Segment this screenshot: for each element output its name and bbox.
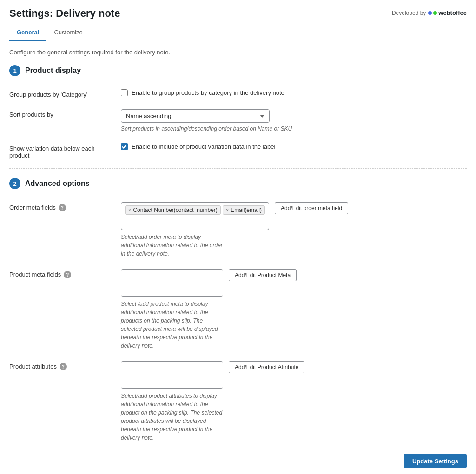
section-1-number: 1 — [9, 65, 20, 76]
label-sort-products: Sort products by — [9, 109, 112, 118]
tag-input-product-meta[interactable] — [121, 269, 223, 297]
section-2-title: Advanced options — [25, 179, 90, 188]
section-1-header: 1 Product display — [9, 65, 467, 76]
field-group-by-category: Group products by 'Category' Enable to g… — [9, 84, 467, 104]
label-order-meta: Order meta fields ? — [9, 202, 112, 211]
checkbox-group-by-category[interactable] — [121, 89, 128, 96]
field-product-attributes: Product attributes ? Select/add product … — [9, 356, 467, 448]
checkbox-variation-data[interactable] — [121, 143, 128, 150]
tab-customize[interactable]: Customize — [46, 25, 90, 41]
section-2-number: 2 — [9, 178, 20, 189]
tabs: General Customize — [9, 25, 120, 41]
hint-order-meta: Select/add order meta to display additio… — [121, 233, 223, 258]
update-settings-button[interactable]: Update Settings — [404, 454, 467, 468]
tab-general[interactable]: General — [9, 25, 46, 41]
help-icon-order-meta[interactable]: ? — [59, 204, 66, 211]
hint-sort-products: Sort products in ascending/descending or… — [121, 125, 467, 132]
tag-label-email: Email(email) — [231, 207, 262, 213]
brand-dot-green — [433, 11, 437, 15]
section-product-display: 1 Product display Group products by 'Cat… — [9, 65, 467, 165]
brand-name: webtoffee — [438, 9, 467, 16]
brand-dot-blue — [428, 11, 432, 15]
btn-add-product-meta[interactable]: Add/Edit Product Meta — [229, 269, 297, 281]
field-product-meta: Product meta fields ? Select /add produc… — [9, 263, 467, 356]
tag-input-order-meta[interactable]: × Contact Number(contact_number) × Email… — [121, 202, 269, 230]
section-advanced-options: 2 Advanced options Order meta fields ? × — [9, 178, 467, 448]
divider-1 — [9, 168, 467, 169]
tag-remove-contact-number[interactable]: × — [128, 207, 131, 213]
brand: Developed by webtoffee — [392, 9, 467, 16]
label-group-by-category: Group products by 'Category' — [9, 89, 112, 98]
tag-contact-number: × Contact Number(contact_number) — [125, 205, 221, 215]
header: Settings: Delivery note General Customiz… — [0, 0, 476, 41]
page-wrapper: Settings: Delivery note General Customiz… — [0, 0, 476, 474]
page-description: Configure the general settings required … — [9, 49, 467, 56]
section-2-header: 2 Advanced options — [9, 178, 467, 189]
control-group-by-category: Enable to group products by category in … — [121, 89, 467, 96]
control-order-meta: × Contact Number(contact_number) × Email… — [121, 202, 467, 258]
field-sort-products: Sort products by Name ascending Name des… — [9, 104, 467, 138]
field-order-meta: Order meta fields ? × Contact Number(con… — [9, 197, 467, 263]
help-icon-product-meta[interactable]: ? — [64, 271, 71, 278]
btn-add-product-attributes[interactable]: Add/Edit Product Attribute — [229, 361, 304, 373]
hint-product-attributes: Select/add product attributes to display… — [121, 392, 223, 442]
brand-logo: webtoffee — [428, 9, 467, 16]
tag-label-contact-number: Contact Number(contact_number) — [133, 207, 217, 213]
label-product-attributes: Product attributes ? — [9, 361, 112, 370]
brand-prefix: Developed by — [392, 10, 426, 16]
help-icon-product-attributes[interactable]: ? — [60, 363, 67, 370]
checkbox-variation-data-label: Enable to include of product variation d… — [132, 143, 275, 150]
control-product-attributes: Select/add product attributes to display… — [121, 361, 467, 442]
footer-bar: Update Settings — [0, 448, 476, 474]
control-variation-data: Enable to include of product variation d… — [121, 143, 467, 150]
section-1-title: Product display — [25, 66, 81, 75]
label-variation-data: Show variation data below each product — [9, 143, 112, 159]
page-title: Settings: Delivery note — [9, 7, 120, 20]
select-sort-products[interactable]: Name ascending Name descending SKU ascen… — [121, 109, 270, 123]
main-content: Configure the general settings required … — [0, 41, 476, 474]
btn-add-order-meta[interactable]: Add/Edit order meta field — [275, 202, 348, 214]
control-product-meta: Select /add product meta to display addi… — [121, 269, 467, 350]
control-sort-products: Name ascending Name descending SKU ascen… — [121, 109, 467, 132]
checkbox-group-by-category-label: Enable to group products by category in … — [132, 89, 284, 96]
field-variation-data: Show variation data below each product E… — [9, 138, 467, 165]
hint-product-meta: Select /add product meta to display addi… — [121, 300, 223, 350]
tag-remove-email[interactable]: × — [226, 207, 229, 213]
label-product-meta: Product meta fields ? — [9, 269, 112, 278]
tag-input-product-attributes[interactable] — [121, 361, 223, 389]
tag-email: × Email(email) — [223, 205, 265, 215]
